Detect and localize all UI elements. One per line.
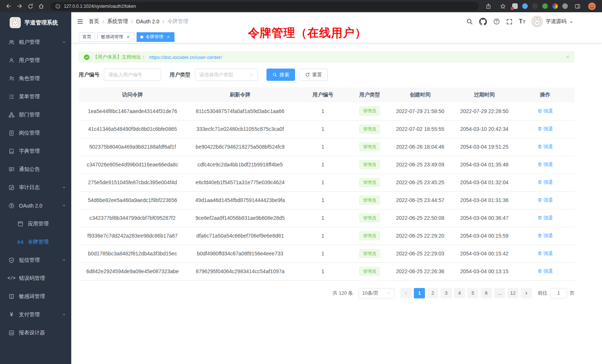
pagination-page-button-1[interactable]: 1	[414, 288, 425, 298]
tab-item-2[interactable]: 令牌管理×	[137, 32, 174, 42]
site-info-icon[interactable]	[55, 4, 60, 9]
github-icon[interactable]	[479, 18, 487, 26]
sidebar-item-pay[interactable]: ¥支付管理	[0, 305, 71, 324]
user-id-input[interactable]	[104, 69, 161, 81]
pagination-next-button[interactable]	[521, 288, 532, 298]
sidebar-item-sms[interactable]: 短信管理	[0, 251, 71, 269]
sidebar: 芋道管理系统 租户管理用户管理角色管理菜单管理部门管理岗位管理字典管理通知公告审…	[0, 12, 71, 364]
sidebar-item-app[interactable]: 应用管理	[0, 215, 71, 233]
bookmark-star-icon[interactable]	[498, 1, 508, 11]
sidebar-item-tenant[interactable]: 租户管理	[0, 33, 71, 51]
user-id-cell: 1	[294, 173, 352, 191]
sidebar-item-user[interactable]: 用户管理	[0, 51, 71, 69]
sidebar-item-log[interactable]: 审计日志	[0, 178, 71, 196]
alert-doc-link[interactable]: https://doc.iocoder.cn/user-center/	[149, 54, 222, 60]
page-size-select[interactable]: 10条/页	[359, 288, 395, 298]
browser-back-button[interactable]	[4, 1, 14, 11]
sidebar-item-oauth[interactable]: OAuth 2.0	[0, 196, 71, 215]
extension-icon-5[interactable]	[552, 3, 558, 9]
breadcrumb-item[interactable]: 令牌管理	[167, 18, 188, 25]
extensions-puzzle-icon[interactable]	[562, 3, 568, 9]
pagination-more-button[interactable]: ...	[494, 288, 505, 298]
search-icon[interactable]	[466, 18, 473, 25]
force-logout-button[interactable]: 强退	[537, 268, 553, 275]
font-size-icon[interactable]: TT	[519, 19, 525, 24]
fullscreen-icon[interactable]	[506, 19, 513, 25]
share-icon[interactable]	[483, 1, 493, 11]
force-logout-button[interactable]: 强退	[537, 179, 553, 186]
trash-icon	[537, 198, 542, 202]
force-logout-button[interactable]: 强退	[537, 108, 553, 115]
tab-item-0[interactable]: 首页	[79, 32, 95, 42]
force-logout-label: 强退	[543, 250, 553, 257]
browser-home-button[interactable]	[36, 1, 46, 11]
force-logout-button[interactable]: 强退	[537, 197, 553, 203]
pagination-prev-button[interactable]	[400, 288, 412, 298]
expire-time-cell: 2054-03-04 01:35:48	[453, 156, 516, 173]
sidebar-item-label: 用户管理	[19, 57, 40, 64]
tab-item-1[interactable]: 敏感词管理×	[97, 32, 134, 42]
force-logout-button[interactable]: 强退	[537, 126, 553, 132]
sidebar-item-errcode[interactable]: </>错误码管理	[0, 269, 71, 287]
sidebar-item-notice[interactable]: 通知公告	[0, 160, 71, 178]
sidebar-item-sensitive[interactable]: 敏感词管理	[0, 287, 71, 305]
extension-icon-2[interactable]	[522, 3, 528, 9]
pagination-page-button-4[interactable]: 4	[454, 288, 465, 298]
goto-page-input[interactable]	[550, 288, 567, 298]
created-time-cell: 2022-06-25 23:45:25	[387, 173, 453, 191]
reset-button[interactable]: 重置	[299, 69, 328, 81]
user-type-select[interactable]: 请选择用户类型	[195, 69, 258, 81]
browser-forward-button[interactable]	[14, 1, 24, 11]
sidebar-item-token[interactable]: 令牌管理	[0, 233, 71, 251]
browser-profile-avatar[interactable]	[587, 1, 597, 11]
hamburger-icon[interactable]	[77, 18, 84, 25]
action-cell: 强退	[516, 102, 575, 120]
role-icon	[8, 76, 15, 82]
expire-time-cell: 2054-03-04 00:13:15	[453, 262, 516, 280]
tags-view: 首页敏感词管理×令牌管理×	[71, 31, 602, 43]
address-bar[interactable]: 127.0.0.1:1024/system/oauth2/token	[50, 2, 479, 11]
expire-time-cell: 2054-03-04 01:31:36	[453, 191, 516, 209]
access-token-cell: f9336e7c7dd242a283ee98dc86b17a87	[79, 227, 186, 245]
sidebar-item-report[interactable]: 报表设计器	[0, 324, 71, 342]
extension-icon-4[interactable]	[542, 3, 548, 9]
tab-close-icon[interactable]: ×	[166, 34, 171, 40]
force-logout-button[interactable]: 强退	[537, 215, 553, 221]
pagination-goto: 前往 页	[538, 288, 575, 298]
breadcrumb-item[interactable]: 系统管理	[107, 18, 128, 25]
sidebar-item-dept[interactable]: 部门管理	[0, 106, 71, 124]
extension-icon-3[interactable]	[532, 3, 538, 9]
access-token-cell: 502375b8040a469a9b82188afdf6af1f	[79, 138, 186, 156]
sidebar-item-dict[interactable]: 字典管理	[0, 142, 71, 160]
browser-reload-button[interactable]	[25, 1, 35, 11]
pagination-page-button-2[interactable]: 2	[427, 288, 438, 298]
force-logout-button[interactable]: 强退	[537, 161, 553, 168]
force-logout-button[interactable]: 强退	[537, 250, 553, 257]
breadcrumb-item[interactable]: 首页	[89, 18, 99, 25]
user-menu[interactable]: 芋道源码	[531, 16, 573, 27]
search-button[interactable]: 搜索	[266, 69, 295, 81]
alert-close-icon[interactable]: ×	[566, 54, 569, 60]
sidebar-item-post[interactable]: 岗位管理	[0, 124, 71, 142]
app-logo[interactable]: 芋道管理系统	[0, 12, 71, 33]
split-screen-icon[interactable]	[572, 1, 582, 11]
pagination-page-button-12[interactable]: 12	[507, 288, 518, 298]
force-logout-label: 强退	[543, 215, 553, 221]
search-icon	[272, 72, 277, 77]
pagination-page-button-5[interactable]: 5	[467, 288, 478, 298]
sidebar-item-role[interactable]: 角色管理	[0, 69, 71, 87]
force-logout-label: 强退	[543, 108, 553, 115]
force-logout-button[interactable]: 强退	[537, 143, 553, 150]
page-size-value: 10条/页	[362, 290, 379, 297]
tab-close-icon[interactable]: ×	[125, 34, 131, 40]
force-logout-button[interactable]: 强退	[537, 232, 553, 239]
sidebar-item-label: 租户管理	[19, 39, 40, 46]
pagination-page-button-3[interactable]: 3	[441, 288, 452, 298]
user-type-tag: 管理员	[359, 178, 380, 187]
sidebar-item-label: 审计日志	[19, 184, 40, 191]
sidebar-item-menu[interactable]: 菜单管理	[0, 87, 71, 106]
breadcrumb-item[interactable]: OAuth 2.0	[136, 19, 159, 24]
pagination-page-button-6[interactable]: 6	[481, 288, 492, 298]
help-icon[interactable]	[493, 18, 500, 25]
extension-icon-1[interactable]	[512, 3, 518, 9]
